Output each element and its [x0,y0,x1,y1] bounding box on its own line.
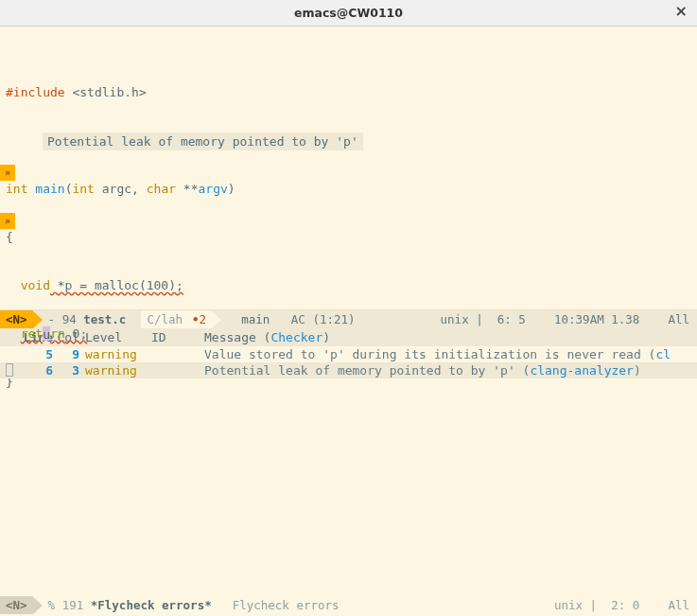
modeline-file-seg: % 191 *Flycheck errors* [43,596,218,614]
flycheck-error-row[interactable]: 6 3 warning Potential leak of memory poi… [0,362,697,378]
code-line: int main(int argc, char **argv) [6,181,691,197]
code-line: #include <stdlib.h> [6,84,691,100]
code-line: { [6,229,691,245]
close-icon[interactable]: × [675,3,688,19]
chevron-right-icon [33,597,43,614]
window-title: emacs@CW0110 [294,5,403,21]
warning-fringe-icon: » [0,213,15,229]
text-cursor: u [43,326,50,341]
evil-state-indicator: <N> [0,596,33,614]
editor-buffer[interactable]: » » #include <stdlib.h> int main(int arg… [0,26,697,310]
warning-fringe-icon: » [0,165,15,181]
chevron-right-icon [345,597,355,614]
window-titlebar: emacs@CW0110 × [0,0,697,26]
fringe-column: » » [0,36,15,261]
modeline-bottom[interactable]: <N> % 191 *Flycheck errors* Flycheck err… [0,596,697,614]
chevron-right-icon [218,597,227,614]
code-line: return 0; [6,326,691,342]
hollow-cursor-icon [6,363,13,377]
modeline-right: unix | 2: 0 All [547,597,697,613]
buffer-name: *Flycheck errors* [91,597,212,613]
flycheck-errors-buffer[interactable]: Line Col Level ID Message (Checker) 5 9 … [0,328,697,596]
flycheck-tooltip: Potential leak of memory pointed to by '… [43,132,363,150]
major-mode: Flycheck errors [227,596,345,614]
code-line: void *p = malloc(100); [6,277,691,293]
